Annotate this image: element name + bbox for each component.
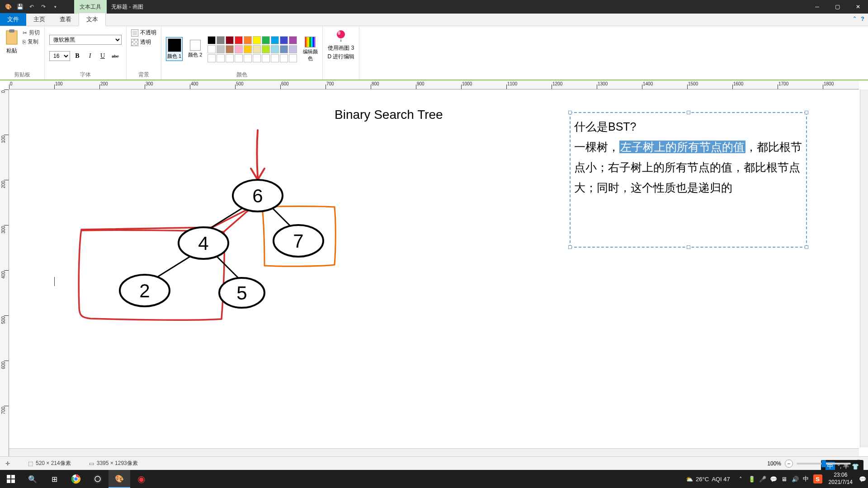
color-swatch[interactable] [208, 36, 216, 44]
color-swatch[interactable] [235, 54, 243, 62]
resize-handle-n[interactable] [687, 111, 690, 114]
copy-button[interactable]: ⎘复制 [23, 38, 40, 46]
sogou-icon[interactable]: S [813, 474, 822, 483]
color-swatch[interactable] [244, 54, 252, 62]
tray-overflow-icon[interactable]: ˄ [736, 470, 746, 488]
minimize-ribbon-icon[interactable]: ⌃ [852, 15, 857, 22]
color-swatch[interactable] [208, 45, 216, 53]
color-swatch[interactable] [244, 36, 252, 44]
network-icon[interactable]: 🖥 [779, 470, 790, 488]
close-button[interactable]: ✕ [848, 0, 868, 14]
paste-button[interactable]: 粘贴 [5, 29, 19, 55]
redo-icon[interactable]: ↷ [38, 1, 49, 12]
minimize-button[interactable]: ─ [807, 0, 827, 14]
color-swatch[interactable] [226, 36, 234, 44]
tab-view[interactable]: 查看 [52, 13, 79, 26]
color-swatch[interactable] [262, 45, 270, 53]
tab-file[interactable]: 文件 [0, 13, 26, 26]
resize-handle-s[interactable] [687, 245, 690, 249]
font-size-select[interactable]: 16 [49, 51, 70, 61]
ime-lang-icon[interactable]: 中 [801, 470, 811, 488]
start-button[interactable] [0, 470, 22, 488]
color-swatch[interactable] [253, 54, 261, 62]
microphone-icon[interactable]: 🎤 [757, 470, 768, 488]
color-swatch[interactable] [262, 36, 270, 44]
canvas-title-text: Binary Search Tree [335, 108, 443, 122]
resize-handle-se[interactable] [805, 245, 808, 249]
chrome-taskbar-icon[interactable] [65, 470, 87, 488]
group-paint3d: 使用画图 3 D 进行编辑 [323, 26, 359, 80]
tab-home[interactable]: 主页 [26, 13, 52, 26]
group-label-font: 字体 [49, 69, 122, 79]
canvas[interactable]: Binary Search Tree 什么是BST? 一棵树，左子树上的所有节点… [9, 89, 859, 447]
vertical-scrollbar[interactable] [860, 89, 868, 447]
weather-widget[interactable]: ⛅ 26°C AQI 47 [680, 476, 736, 483]
active-text-box[interactable]: 什么是BST? 一棵树，左子树上的所有节点的值，都比根节点小；右子树上的所有节点… [570, 112, 807, 248]
font-family-select[interactable]: 微软雅黑 [49, 35, 122, 45]
resize-handle-nw[interactable] [568, 111, 572, 114]
zoom-slider-thumb[interactable] [821, 460, 826, 467]
selected-text: 左子树上的所有节点的值 [619, 141, 745, 153]
italic-button[interactable]: I [85, 51, 95, 61]
vertical-ruler: 0100200300400500600700 [0, 89, 9, 456]
color-swatch[interactable] [280, 54, 288, 62]
cut-button[interactable]: ✂剪切 [23, 29, 40, 37]
battery-icon[interactable]: 🔋 [746, 470, 757, 488]
search-button[interactable]: 🔍 [22, 470, 43, 488]
resize-handle-sw[interactable] [568, 245, 572, 249]
color-swatch[interactable] [226, 54, 234, 62]
color-swatch[interactable] [244, 45, 252, 53]
wechat-icon[interactable]: 💬 [768, 470, 779, 488]
color-swatch[interactable] [217, 54, 225, 62]
tab-text[interactable]: 文本 [79, 13, 106, 26]
ribbon: 粘贴 ✂剪切 ⎘复制 剪贴板 微软雅黑 16 B I U abc 字体 [0, 26, 868, 80]
color2-button[interactable]: 颜色 2 [188, 40, 202, 58]
svg-text:4: 4 [198, 233, 208, 254]
bold-button[interactable]: B [72, 51, 83, 61]
color-swatch[interactable] [235, 36, 243, 44]
edit-colors-button[interactable]: 编辑颜色 [302, 37, 318, 62]
transparent-option[interactable]: 透明 [131, 38, 156, 46]
color-swatch[interactable] [208, 54, 216, 62]
color-swatch[interactable] [217, 45, 225, 53]
qat-dropdown-icon[interactable]: ▾ [50, 1, 61, 12]
color-swatch[interactable] [289, 54, 297, 62]
color-palette [208, 36, 297, 62]
group-colors: 颜色 1 颜色 2 编辑颜色 颜色 [161, 26, 323, 80]
color-swatch[interactable] [253, 45, 261, 53]
taskbar-clock[interactable]: 23:06 2021/7/14 [824, 472, 857, 486]
color-swatch[interactable] [253, 36, 261, 44]
resize-handle-ne[interactable] [805, 111, 808, 114]
obs-taskbar-icon[interactable] [87, 470, 108, 488]
horizontal-scrollbar[interactable] [9, 448, 859, 456]
task-view-button[interactable]: ⊞ [43, 470, 65, 488]
notifications-icon[interactable]: 💬 [857, 470, 868, 488]
save-icon[interactable]: 💾 [14, 1, 25, 12]
volume-icon[interactable]: 🔊 [790, 470, 801, 488]
color1-button[interactable]: 颜色 1 [166, 37, 183, 61]
color-swatch[interactable] [217, 36, 225, 44]
underline-button[interactable]: U [97, 51, 108, 61]
paint-taskbar-icon[interactable]: 🎨 [108, 470, 130, 488]
zoom-out-button[interactable]: − [785, 460, 793, 468]
group-clipboard: 粘贴 ✂剪切 ⎘复制 剪贴板 [0, 26, 45, 80]
help-icon[interactable]: ? [861, 15, 864, 22]
zoom-slider[interactable] [797, 463, 851, 465]
text-tool-context-tab[interactable]: 文本工具 [74, 0, 107, 14]
color-swatch[interactable] [271, 36, 279, 44]
undo-icon[interactable]: ↶ [26, 1, 37, 12]
color-swatch[interactable] [280, 36, 288, 44]
color-swatch[interactable] [226, 45, 234, 53]
color-swatch[interactable] [235, 45, 243, 53]
app-taskbar-icon[interactable]: ◉ [130, 470, 152, 488]
color-swatch[interactable] [262, 54, 270, 62]
opaque-option[interactable]: 不透明 [131, 29, 156, 37]
color-swatch[interactable] [271, 54, 279, 62]
paint3d-button[interactable]: 使用画图 3 D 进行编辑 [327, 29, 354, 61]
color-swatch[interactable] [280, 45, 288, 53]
maximize-button[interactable]: ▢ [827, 0, 848, 14]
strikethrough-button[interactable]: abc [110, 51, 121, 61]
color-swatch[interactable] [289, 36, 297, 44]
color-swatch[interactable] [289, 45, 297, 53]
color-swatch[interactable] [271, 45, 279, 53]
